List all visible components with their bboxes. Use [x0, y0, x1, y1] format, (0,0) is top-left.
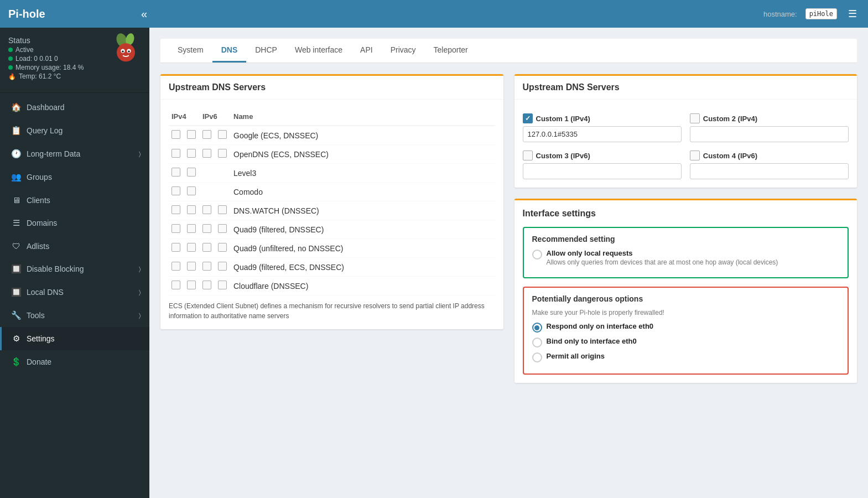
dns-checkbox-0-ipv4_1[interactable]: [171, 130, 180, 139]
custom3-checkbox[interactable]: [523, 151, 533, 160]
dns-checkbox-5-ipv6_1[interactable]: [202, 224, 211, 233]
option1-radio: Allow only local requests Allows only qu…: [532, 249, 840, 266]
nav-icon-tools: 🔧: [10, 310, 22, 320]
dns-checkbox-7-ipv6_2[interactable]: [218, 262, 227, 271]
nav-label-long-term-data: Long-term Data: [27, 149, 80, 158]
tab-dhcp[interactable]: DHCP: [246, 39, 286, 63]
sidebar-item-disable-blocking[interactable]: 🔲 Disable Blocking 〉: [0, 257, 149, 281]
dns-checkbox-cell: [184, 277, 200, 295]
upstream-dns-right-body: ✓ Custom 1 (IPv4) Custom 2 (IPv4): [514, 100, 857, 188]
dns-empty-cell: [200, 183, 215, 201]
sidebar-item-long-term-data[interactable]: 🕐 Long-term Data 〉: [0, 142, 149, 165]
dns-server-name: Comodo: [231, 183, 495, 201]
custom3-input[interactable]: [523, 163, 682, 179]
dns-checkbox-5-ipv4_2[interactable]: [187, 224, 196, 233]
dns-checkbox-2-ipv4_1[interactable]: [171, 168, 180, 177]
dns-checkbox-8-ipv4_1[interactable]: [171, 281, 180, 289]
dns-checkbox-1-ipv4_1[interactable]: [171, 149, 180, 158]
dns-checkbox-cell: [184, 145, 200, 164]
dns-checkbox-0-ipv4_2[interactable]: [187, 130, 196, 139]
dns-checkbox-3-ipv4_1[interactable]: [171, 186, 180, 195]
dns-checkbox-6-ipv4_2[interactable]: [187, 243, 196, 252]
nav-icon-dashboard: 🏠: [10, 102, 22, 112]
dns-checkbox-1-ipv4_2[interactable]: [187, 149, 196, 158]
svg-point-5: [122, 50, 124, 53]
dns-table-row: Level3: [169, 164, 495, 183]
dns-checkbox-1-ipv6_2[interactable]: [218, 149, 227, 158]
custom1-input[interactable]: [523, 126, 682, 142]
custom2-checkbox[interactable]: [690, 113, 700, 123]
nav-label-disable-blocking: Disable Blocking: [27, 264, 84, 273]
dns-checkbox-6-ipv4_1[interactable]: [171, 243, 180, 252]
dns-checkbox-0-ipv6_1[interactable]: [202, 130, 211, 139]
tab-web-interface[interactable]: Web interface: [286, 39, 351, 63]
dns-checkbox-3-ipv4_2[interactable]: [187, 186, 196, 195]
nav-label-settings: Settings: [27, 334, 55, 343]
dns-checkbox-4-ipv6_1[interactable]: [202, 205, 211, 214]
dns-checkbox-cell: [169, 239, 184, 258]
sidebar-item-adlists[interactable]: 🛡 Adlists: [0, 235, 149, 257]
dns-checkbox-8-ipv6_2[interactable]: [218, 281, 227, 289]
sidebar-item-settings[interactable]: ⚙ Settings: [0, 327, 149, 350]
custom2-input[interactable]: [690, 126, 849, 142]
custom4-label: Custom 4 (IPv6): [690, 151, 849, 160]
tab-dns[interactable]: DNS: [212, 39, 247, 63]
tab-system[interactable]: System: [169, 39, 212, 63]
dns-checkbox-4-ipv4_1[interactable]: [171, 205, 180, 214]
dns-checkbox-cell: [215, 277, 231, 295]
sidebar-item-domains[interactable]: ☰ Domains: [0, 211, 149, 235]
sidebar-item-tools[interactable]: 🔧 Tools 〉: [0, 304, 149, 327]
status-temp-item: 🔥 Temp: 61.2 °C: [8, 72, 141, 80]
hostname-label: hostname:: [763, 10, 797, 18]
dns-checkbox-6-ipv6_1[interactable]: [202, 243, 211, 252]
dns-checkbox-cell: [169, 164, 184, 183]
tab-privacy[interactable]: Privacy: [382, 39, 425, 63]
nav-arrow-tools: 〉: [139, 312, 141, 319]
hamburger-menu-button[interactable]: ☰: [845, 8, 860, 20]
option4-radio-btn[interactable]: [532, 352, 542, 362]
option1-radio-btn[interactable]: [532, 250, 542, 260]
tab-api[interactable]: API: [351, 39, 382, 63]
option3-radio-btn[interactable]: [532, 338, 542, 347]
custom2-label: Custom 2 (IPv4): [690, 113, 849, 123]
dns-checkbox-8-ipv4_2[interactable]: [187, 281, 196, 289]
custom1-checkbox[interactable]: ✓: [523, 113, 533, 123]
nav-label-local-dns: Local DNS: [27, 288, 64, 297]
sidebar-item-dashboard[interactable]: 🏠 Dashboard: [0, 96, 149, 119]
interface-settings-title: Interface settings: [523, 209, 849, 219]
sidebar-item-query-log[interactable]: 📋 Query Log: [0, 119, 149, 142]
dns-checkbox-0-ipv6_2[interactable]: [218, 130, 227, 139]
dns-checkbox-7-ipv4_2[interactable]: [187, 262, 196, 271]
custom1-label: ✓ Custom 1 (IPv4): [523, 113, 682, 123]
dns-checkbox-4-ipv6_2[interactable]: [218, 205, 227, 214]
custom4-input[interactable]: [690, 163, 849, 179]
dns-checkbox-5-ipv4_1[interactable]: [171, 224, 180, 233]
dns-checkbox-2-ipv4_2[interactable]: [187, 168, 196, 177]
logo-container: [111, 33, 141, 65]
tab-teleporter[interactable]: Teleporter: [425, 39, 477, 63]
nav-label-dashboard: Dashboard: [27, 103, 65, 112]
dns-checkbox-cell: [169, 220, 184, 239]
sidebar-item-groups[interactable]: 👥 Groups: [0, 165, 149, 189]
dns-checkbox-1-ipv6_1[interactable]: [202, 149, 211, 158]
app-brand: Pi-hole: [8, 8, 136, 20]
dns-checkbox-6-ipv6_2[interactable]: [218, 243, 227, 252]
option2-radio: Respond only on interface eth0: [532, 322, 840, 333]
option2-radio-btn[interactable]: [532, 323, 542, 333]
option4-label: Permit all origins: [547, 352, 605, 360]
dns-checkbox-5-ipv6_2[interactable]: [218, 224, 227, 233]
sidebar-toggle-button[interactable]: «: [136, 8, 153, 20]
nav-icon-groups: 👥: [10, 172, 22, 182]
dns-table-row: Quad9 (filtered, DNSSEC): [169, 220, 495, 239]
sidebar-item-clients[interactable]: 🖥 Clients: [0, 189, 149, 211]
nav-label-clients: Clients: [27, 196, 50, 205]
nav-label-domains: Domains: [27, 219, 57, 227]
dns-checkbox-8-ipv6_1[interactable]: [202, 281, 211, 289]
dns-checkbox-4-ipv4_2[interactable]: [187, 205, 196, 214]
sidebar-item-donate[interactable]: 💲 Donate: [0, 350, 149, 374]
custom4-checkbox[interactable]: [690, 151, 700, 160]
dns-checkbox-7-ipv6_1[interactable]: [202, 262, 211, 271]
sidebar-item-local-dns[interactable]: 🔲 Local DNS 〉: [0, 281, 149, 304]
dns-checkbox-7-ipv4_1[interactable]: [171, 262, 180, 271]
interface-settings-card: Interface settings Recommended setting A…: [514, 199, 857, 383]
